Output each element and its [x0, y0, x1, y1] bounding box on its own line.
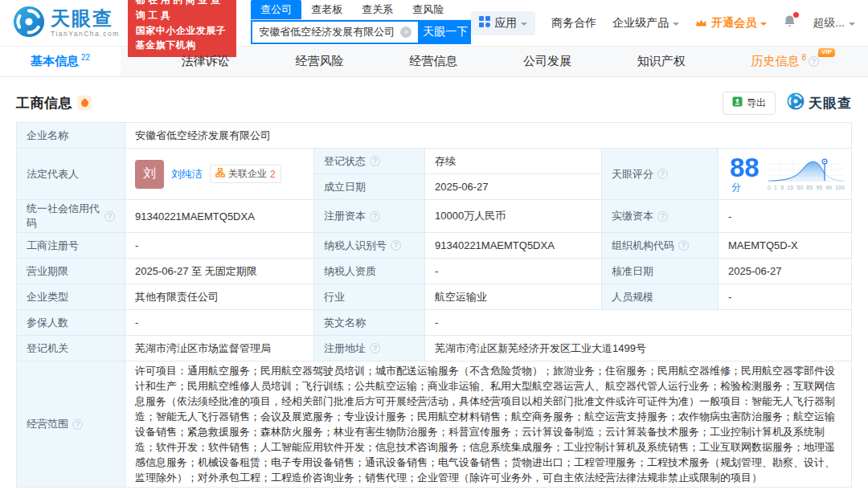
enterprise-products-menu[interactable]: 企业级产品	[612, 16, 679, 31]
company-type-value: 其他有限责任公司	[125, 284, 314, 310]
user-account-menu[interactable]: 超级...	[813, 16, 855, 31]
banner-line1: 都在用的商业查询工具	[136, 0, 229, 23]
tab-company-development[interactable]: 公司发展	[518, 47, 576, 76]
legal-rep-avatar[interactable]: 刘	[135, 160, 164, 189]
tab-basic-info[interactable]: 基本信息 22	[0, 47, 121, 76]
taxpayer-quality-label: 纳税人资质	[314, 259, 425, 284]
section-header: 工商信息 导出	[16, 88, 852, 117]
tab-operation-info[interactable]: 经营信息	[404, 47, 462, 76]
legal-rep-name-link[interactable]: 刘纯洁	[171, 167, 203, 182]
help-icon[interactable]	[657, 211, 668, 222]
industry-label: 行业	[314, 284, 425, 310]
credit-code-value: 91340221MAEMTQ5DXA	[125, 200, 314, 233]
logo-domain: TianYanCha.com	[51, 31, 120, 38]
related-companies-label: 关联企业	[228, 167, 267, 181]
help-icon[interactable]	[678, 240, 689, 251]
logo-brand: 天眼查	[51, 9, 120, 28]
establish-date-value: 2025-06-27	[425, 174, 602, 200]
search-input[interactable]	[259, 27, 400, 39]
table-row: 企业名称 安徽省低空经济发展有限公司	[17, 123, 852, 149]
legal-rep-cell: 刘 刘纯洁	[125, 149, 314, 200]
company-type-label: 企业类型	[17, 284, 125, 310]
score-label: 天眼评分	[602, 149, 719, 200]
search-tab-boss[interactable]: 查老板	[301, 0, 352, 19]
help-icon[interactable]	[104, 211, 115, 222]
reg-address-label: 注册地址	[314, 336, 425, 361]
reg-address-value: 芜湖市湾沚区新芜经济开发区工业大道1499号	[425, 336, 852, 361]
business-cooperation-link[interactable]: 商务合作	[551, 16, 596, 31]
english-name-label: 英文名称	[314, 310, 425, 336]
apps-grid-icon	[479, 16, 490, 30]
table-row: 法定代表人 刘 刘纯洁	[17, 149, 852, 174]
tianyancha-logo[interactable]: 天眼查 TianYanCha.com	[13, 6, 120, 41]
search-button[interactable]: 天眼一下	[420, 20, 471, 44]
help-icon[interactable]	[370, 343, 380, 353]
reg-status-label: 登记状态	[314, 149, 425, 174]
score-unit: 分	[731, 182, 741, 193]
english-name-value: -	[425, 310, 852, 336]
staff-size-value: -	[719, 284, 852, 310]
table-row: 企业类型 其他有限责任公司 行业 航空运输业 人员规模 -	[17, 284, 852, 310]
help-icon[interactable]	[72, 419, 83, 430]
tab-basic-info-label: 基本信息	[31, 54, 79, 69]
search-tab-company[interactable]: 查公司	[251, 0, 301, 19]
tab-history-info-count: 8	[801, 53, 806, 62]
tab-history-info[interactable]: 历史信息 8 VIP	[746, 47, 824, 76]
org-code-label: 组织机构代码	[602, 233, 719, 259]
main-content: 工商信息 导出	[0, 88, 868, 488]
score-cell: 88分	[719, 149, 852, 200]
credit-code-label: 统一社会信用代码	[17, 200, 125, 233]
enterprise-products-label: 企业级产品	[612, 16, 669, 31]
search-tab-relation[interactable]: 查关系	[352, 0, 403, 19]
clear-search-icon[interactable]	[400, 27, 411, 38]
table-row: 登记机关 芜湖市湾沚区市场监督管理局 注册地址 芜湖市湾沚区新芜经济开发区工业大…	[17, 336, 852, 361]
chevron-down-icon	[521, 22, 527, 29]
apps-menu[interactable]: 应用	[471, 11, 535, 35]
tab-operation-risk[interactable]: 经营风险	[291, 47, 349, 76]
related-companies-badge[interactable]: 关联企业 2	[210, 165, 281, 183]
search-input-wrap	[251, 20, 420, 44]
taxpayer-id-value: 91340221MAEMTQ5DXA	[425, 233, 602, 259]
establish-date-label: 成立日期	[314, 174, 425, 200]
business-scope-label-text: 经营范围	[27, 417, 68, 431]
reg-status-label-text: 登记状态	[324, 154, 366, 169]
hot-flame-icon	[77, 96, 92, 110]
export-label: 导出	[747, 96, 766, 110]
tab-intellectual-property[interactable]: 知识产权	[633, 47, 690, 76]
help-icon[interactable]	[370, 156, 380, 166]
help-icon[interactable]	[391, 240, 401, 251]
search-block: 查公司 查老板 查关系 查风险 天眼一下	[251, 2, 471, 44]
paid-capital-label-text: 实缴资本	[612, 209, 653, 223]
business-term-value: 2025-06-27 至 无固定期限	[125, 259, 314, 284]
tab-history-info-label: 历史信息	[751, 54, 799, 69]
export-button[interactable]: 导出	[723, 92, 776, 115]
legal-rep-label: 法定代表人	[17, 149, 125, 200]
help-icon[interactable]	[370, 211, 380, 222]
industry-value: 航空运输业	[425, 284, 602, 310]
insured-label: 参保人数	[17, 310, 125, 336]
staff-size-label: 人员规模	[602, 284, 719, 310]
reg-capital-label-text: 注册资本	[324, 209, 366, 223]
table-row: 工商注册号 - 纳税人识别号 91340221MAEMTQ5DXA 组织机构代码…	[17, 233, 852, 259]
score-value: 88	[730, 153, 760, 182]
search-tab-risk[interactable]: 查风险	[403, 0, 453, 19]
business-scope-value: 许可项目：通用航空服务；民用航空器驾驶员培训；城市配送运输服务（不含危险货物）；…	[125, 361, 852, 488]
tab-legal-litigation[interactable]: 法律诉讼	[177, 47, 235, 76]
open-vip-label: 开通会员	[711, 16, 756, 31]
help-icon[interactable]	[657, 169, 668, 179]
reg-capital-label: 注册资本	[314, 200, 425, 233]
help-icon[interactable]	[809, 56, 819, 67]
table-row: 经营范围 许可项目：通用航空服务；民用航空器驾驶员培训；城市配送运输服务（不含危…	[17, 361, 852, 488]
open-vip-menu[interactable]: 开通会员	[695, 16, 767, 31]
approval-date-value: 2025-06-27	[719, 259, 852, 284]
taxpayer-quality-value: -	[425, 259, 602, 284]
score-axis: 0151550859599100	[768, 185, 845, 190]
org-code-label-text: 组织机构代码	[612, 239, 674, 253]
chevron-down-icon	[673, 22, 679, 29]
org-chart-icon	[215, 168, 225, 180]
header-menu: 应用 商务合作 企业级产品 开通会员	[471, 11, 855, 35]
company-name-label: 企业名称	[17, 123, 125, 149]
search-tabs: 查公司 查老板 查关系 查风险	[251, 2, 471, 20]
notifications-button[interactable]	[783, 14, 796, 31]
reg-number-label: 工商注册号	[17, 233, 125, 259]
